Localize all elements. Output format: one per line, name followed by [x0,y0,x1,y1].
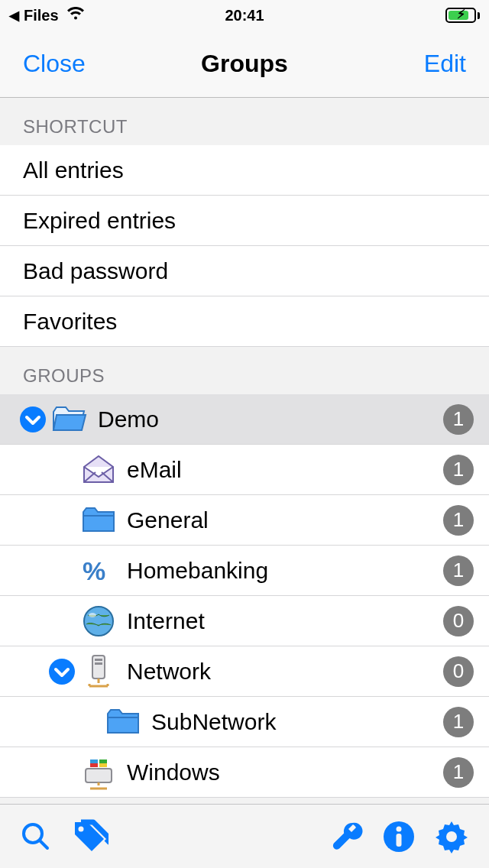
shortcut-label: Favorites [23,309,117,335]
svg-point-4 [49,659,75,685]
svg-point-0 [20,406,46,432]
close-button[interactable]: Close [23,50,86,78]
folder-icon [105,704,141,740]
chevron-down-icon[interactable] [20,406,46,432]
group-label: SubNetwork [151,709,443,735]
status-back-app[interactable]: ◀ Files [9,7,85,24]
count-badge: 0 [443,606,474,636]
folder-open-icon [52,402,87,437]
count-badge: 1 [443,404,474,435]
shortcut-row-expired-entries[interactable]: Expired entries [0,196,489,246]
svg-rect-11 [90,760,98,763]
group-row-internet[interactable]: Internet 0 [0,596,489,646]
percent-icon: % [81,553,116,588]
group-row-subnetwork[interactable]: SubNetwork 1 [0,697,489,747]
nav-bar: Close Groups Edit [0,31,489,98]
tag-icon[interactable] [70,819,108,854]
battery-icon: ⚡︎ [445,8,480,23]
group-row-network[interactable]: Network 0 [0,646,489,697]
group-label: Windows [127,760,443,785]
group-label: Demo [98,406,443,432]
svg-rect-8 [86,769,112,782]
chevron-down-icon[interactable] [49,659,75,685]
gear-icon[interactable] [434,819,469,854]
svg-point-3 [89,613,96,617]
section-header-shortcut: SHORTCUT [0,98,489,145]
folder-icon [81,503,116,538]
wifi-icon [66,7,85,24]
svg-point-18 [446,831,457,842]
shortcut-label: Bad password [23,258,168,284]
section-header-groups: GROUPS [0,347,489,394]
group-row-general[interactable]: General 1 [0,495,489,546]
count-badge: 1 [443,455,474,485]
svg-text:%: % [83,556,105,585]
count-badge: 1 [443,707,474,737]
shortcut-label: All entries [23,157,124,183]
edit-button[interactable]: Edit [424,50,466,78]
toolbar [0,804,489,868]
globe-icon [81,604,116,639]
group-label: Homebanking [127,558,443,584]
back-triangle-icon: ◀ [9,8,19,24]
group-label: Network [127,659,443,685]
svg-rect-12 [99,763,107,767]
windows-icon [81,755,116,790]
count-badge: 1 [443,555,474,586]
shortcut-row-bad-password[interactable]: Bad password [0,246,489,296]
status-back-app-label: Files [24,7,59,24]
group-row-homebanking[interactable]: % Homebanking 1 [0,546,489,596]
svg-rect-6 [95,659,102,661]
group-label: Internet [127,608,443,634]
shortcut-label: Expired entries [23,208,176,234]
group-row-email[interactable]: eMail 1 [0,445,489,495]
group-label: General [127,507,443,533]
count-badge: 1 [443,757,474,788]
server-icon [81,654,116,689]
wrench-icon[interactable] [330,820,364,853]
svg-rect-17 [397,834,402,847]
svg-rect-7 [95,662,102,665]
mail-icon [81,452,116,487]
group-row-windows[interactable]: Windows 1 [0,747,489,798]
shortcut-row-all-entries[interactable]: All entries [0,145,489,196]
count-badge: 1 [443,505,474,536]
svg-point-14 [79,826,84,831]
group-label: eMail [127,457,443,483]
count-badge: 0 [443,656,474,687]
group-row-demo[interactable]: Demo 1 [0,394,489,445]
svg-point-2 [84,607,113,636]
info-icon[interactable] [382,820,416,853]
shortcut-row-favorites[interactable]: Favorites [0,296,489,347]
search-icon[interactable] [20,821,52,853]
svg-point-16 [397,826,402,831]
status-bar: ◀ Files 20:41 ⚡︎ [0,0,489,31]
